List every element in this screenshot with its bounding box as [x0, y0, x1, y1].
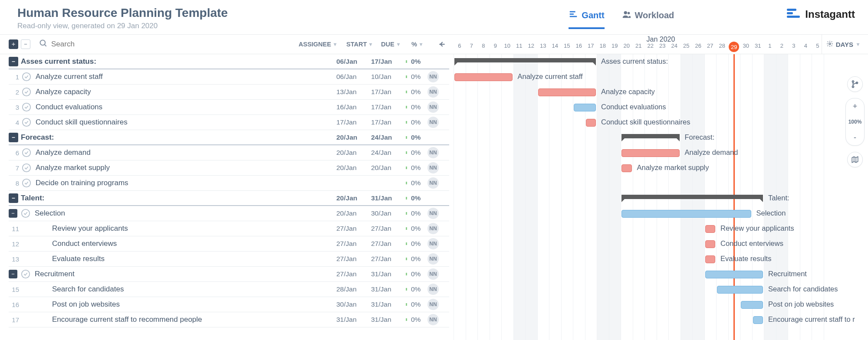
avatar[interactable]: NN	[427, 208, 439, 219]
row-number: 6	[9, 149, 22, 157]
panel-collapse-icon[interactable]	[437, 40, 446, 51]
task-row[interactable]: 3Conduct evaluations16/Jan17/Jan0%NN	[9, 100, 449, 115]
check-icon[interactable]	[22, 87, 31, 97]
task-row[interactable]: 8Decide on training programs0%NN	[9, 176, 449, 191]
avatar[interactable]: NN	[427, 223, 439, 234]
check-icon[interactable]	[34, 315, 48, 324]
gantt-bar[interactable]	[717, 286, 763, 294]
avatar[interactable]: NN	[427, 284, 439, 295]
branch-button[interactable]	[847, 76, 863, 92]
subgroup-row[interactable]: －Recruitment27/Jan31/Jan0%NN	[9, 267, 449, 282]
gantt-bar[interactable]	[705, 271, 763, 278]
gantt-bar[interactable]	[621, 164, 632, 172]
task-row[interactable]: 13Evaluate results27/Jan27/Jan0%NN	[9, 252, 449, 267]
due-date: 17/Jan	[371, 103, 406, 111]
col-start[interactable]: START▾	[346, 41, 381, 48]
check-icon[interactable]	[22, 148, 31, 157]
avatar[interactable]: NN	[427, 238, 439, 249]
gantt-bar[interactable]	[621, 149, 680, 157]
gantt-bar[interactable]	[586, 119, 596, 127]
collapse-all-button[interactable]: －	[21, 39, 30, 49]
avatar[interactable]: NN	[427, 268, 439, 280]
gantt-bar[interactable]	[454, 58, 596, 62]
collapse-icon[interactable]: －	[9, 57, 18, 66]
tab-gantt[interactable]: Gantt	[569, 10, 604, 29]
check-icon[interactable]	[34, 239, 48, 248]
gantt-bar[interactable]	[741, 301, 763, 309]
check-icon[interactable]	[34, 300, 48, 309]
gantt-bar-label: Encourage current staff to r	[768, 315, 855, 324]
gantt-bar[interactable]	[705, 240, 716, 248]
collapse-icon[interactable]: －	[9, 133, 18, 142]
col-assignee[interactable]: ASSIGNEE▾	[299, 41, 346, 48]
due-date: 31/Jan	[371, 194, 406, 202]
gantt-bar[interactable]	[574, 104, 596, 111]
zoom-in-button[interactable]: +	[846, 98, 864, 114]
avatar[interactable]: NN	[427, 71, 439, 82]
avatar[interactable]: NN	[427, 253, 439, 265]
avatar[interactable]: NN	[427, 117, 439, 128]
check-icon[interactable]	[22, 102, 31, 112]
check-icon[interactable]	[21, 209, 30, 218]
collapse-icon[interactable]: －	[9, 270, 17, 278]
assignee-cell: NN	[427, 223, 449, 234]
timescale-button[interactable]: DAYS ▾	[822, 35, 864, 54]
minimap-button[interactable]	[847, 152, 863, 167]
check-icon[interactable]	[34, 254, 48, 264]
task-row[interactable]: 17Encourage current staff to recommend p…	[9, 312, 449, 327]
task-row[interactable]: 6Analyze demand20/Jan24/Jan0%NN	[9, 145, 449, 160]
task-row[interactable]: 15Search for candidates28/Jan31/Jan0%NN	[9, 282, 449, 297]
check-icon[interactable]	[34, 284, 48, 294]
check-icon[interactable]	[34, 224, 48, 233]
check-icon[interactable]	[22, 118, 31, 127]
avatar[interactable]: NN	[427, 101, 439, 113]
check-icon[interactable]	[22, 178, 31, 188]
start-date: 06/Jan	[336, 73, 371, 81]
task-row[interactable]: 1Analyze current staff06/Jan10/Jan0%NN	[9, 69, 449, 85]
group-row[interactable]: －Asses current status:06/Jan17/Jan0%	[9, 54, 449, 69]
collapse-icon[interactable]: －	[9, 193, 18, 203]
gantt-bar[interactable]	[621, 134, 680, 138]
group-row[interactable]: －Talent:20/Jan31/Jan0%	[9, 191, 449, 206]
task-row[interactable]: 11Review your applicants27/Jan27/Jan0%NN	[9, 221, 449, 236]
collapse-icon[interactable]: －	[9, 209, 17, 218]
task-name: Search for candidates	[52, 285, 336, 294]
assignee-cell: NN	[427, 162, 449, 173]
gantt-bar[interactable]	[705, 255, 716, 263]
tab-workload[interactable]: Workload	[622, 10, 674, 29]
gantt-bar[interactable]	[621, 195, 763, 199]
subgroup-row[interactable]: －Selection20/Jan30/Jan0%NN	[9, 206, 449, 221]
task-row[interactable]: 12Conduct enterviews27/Jan27/Jan0%NN	[9, 236, 449, 252]
check-icon[interactable]	[22, 163, 31, 173]
avatar[interactable]: NN	[427, 162, 439, 173]
zoom-out-button[interactable]: -	[846, 130, 864, 145]
check-icon[interactable]	[21, 269, 30, 279]
expand-all-button[interactable]: ＋	[9, 39, 18, 49]
gantt-bar[interactable]	[753, 316, 763, 324]
task-row[interactable]: 16Post on job websites30/Jan31/Jan0%NN	[9, 297, 449, 312]
avatar[interactable]: NN	[427, 86, 439, 98]
start-date: 20/Jan	[336, 149, 371, 157]
gantt-bar[interactable]	[538, 88, 596, 96]
group-row[interactable]: －Forecast:20/Jan24/Jan0%	[9, 130, 449, 145]
col-due[interactable]: DUE▾	[381, 41, 411, 48]
avatar[interactable]: NN	[427, 314, 439, 325]
task-row[interactable]: 2Analyze capacity13/Jan17/Jan0%NN	[9, 85, 449, 100]
task-row[interactable]: 4Conduct skill questionnaires17/Jan17/Ja…	[9, 115, 449, 130]
avatar[interactable]: NN	[427, 147, 439, 158]
brand[interactable]: Instagantt	[787, 8, 855, 21]
start-date: 20/Jan	[336, 134, 371, 141]
percent-complete: 0%	[406, 316, 427, 324]
avatar[interactable]: NN	[427, 299, 439, 310]
day-cell: 20	[621, 42, 633, 53]
search-input[interactable]	[51, 40, 164, 49]
task-row[interactable]: 7Analyze market supply20/Jan20/Jan0%NN	[9, 160, 449, 176]
gantt-bar[interactable]	[454, 73, 513, 81]
start-date: 31/Jan	[336, 316, 371, 324]
check-icon[interactable]	[22, 72, 31, 82]
col-percent[interactable]: %▾	[411, 41, 429, 48]
gantt-bar[interactable]	[705, 225, 716, 233]
day-cell: 12	[525, 42, 537, 53]
gantt-bar[interactable]	[621, 210, 751, 218]
avatar[interactable]: NN	[427, 177, 439, 189]
